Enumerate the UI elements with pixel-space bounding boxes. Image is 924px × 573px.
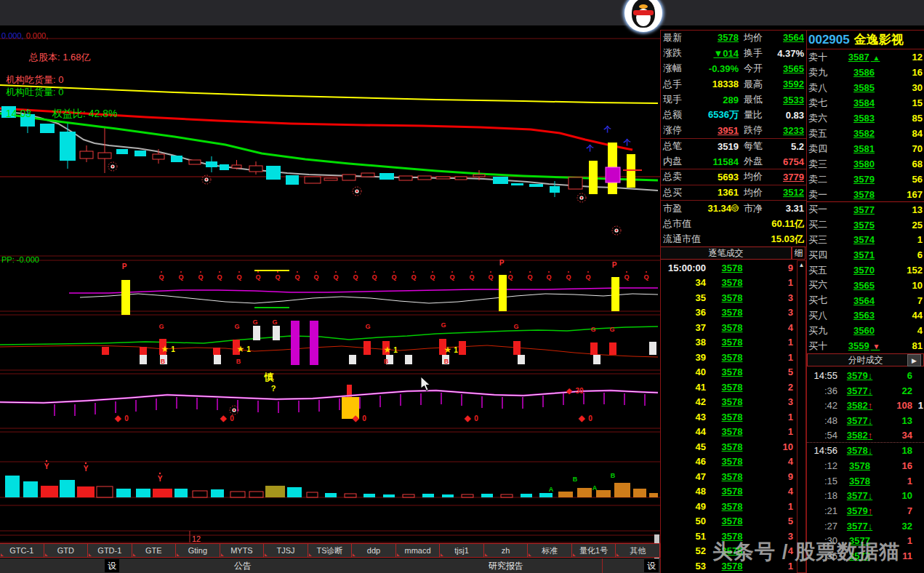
svg-text:◆: ◆ (566, 386, 573, 395)
tick-row[interactable]: 15:00:0035789 (661, 260, 796, 276)
svg-text:Q: Q (158, 273, 164, 281)
tick-row[interactable]: 4035785 (661, 365, 796, 380)
order-row[interactable]: 卖五358284 (808, 126, 923, 141)
tick-row[interactable]: 3835781 (661, 335, 796, 350)
svg-text:Q: Q (275, 273, 280, 281)
settings-button-left[interactable]: 设 (105, 559, 119, 572)
order-row[interactable]: 买一357713 (808, 202, 923, 217)
order-row[interactable]: 卖二357956 (808, 172, 923, 187)
svg-text:B: B (384, 358, 389, 365)
settings-button-right[interactable]: 设 (644, 559, 659, 572)
tick-row[interactable]: 3735784 (661, 320, 796, 335)
timesales-row[interactable]: :12357816 (807, 458, 924, 473)
buy-orders: 买一357713买二357525买三35741买四35716买五3570152买… (808, 202, 923, 353)
timesales-row[interactable]: :183577↓10 (807, 489, 924, 504)
tab-GTD-1[interactable]: GTD-1 (87, 543, 132, 558)
svg-text:0: 0 (124, 414, 129, 422)
main-chart[interactable]: YYYABAB个个个PPPQQQQQQQQQQQQQQQQQQQQQQQQQGG… (0, 0, 660, 573)
order-row[interactable]: 卖八358530 (808, 80, 923, 95)
tab-GTD[interactable]: GTD (44, 543, 89, 558)
tab-tjsj1[interactable]: tjsj1 (439, 543, 484, 558)
tab-GTE[interactable]: GTE (132, 543, 177, 558)
order-row[interactable]: 买四35716 (808, 247, 923, 263)
svg-text:A: A (592, 484, 598, 492)
svg-text:Q: Q (391, 273, 396, 281)
timesales-row[interactable]: 14:553579↓6 (807, 368, 924, 383)
tick-row[interactable]: 4835784 (661, 484, 796, 500)
tab-标准[interactable]: 标准 (527, 543, 572, 558)
bar-count-label: 12 (192, 534, 201, 543)
svg-text:G: G (158, 323, 164, 330)
svg-text:G: G (234, 323, 239, 330)
timesales-row[interactable]: :363577↓22 (807, 383, 924, 398)
tick-row[interactable]: 3635783 (661, 305, 796, 321)
timesales-list: 14:553579↓6:363577↓22:423582↑1081:483577… (807, 368, 924, 564)
tick-row[interactable]: 4235783 (661, 395, 796, 410)
order-row[interactable]: 买七35647 (808, 293, 923, 308)
timesales-expand-button[interactable]: ▶ (907, 354, 921, 366)
tab-量化1号[interactable]: 量化1号 (571, 543, 616, 558)
announcement-tab[interactable]: 公告 (234, 559, 252, 572)
quote-panel: 最新3578均价3564涨跌▼014换手4.37%涨幅-0.39%今开3565总… (661, 30, 806, 247)
tick-row[interactable]: 3535783 (661, 290, 796, 305)
timesales-row[interactable]: :213579↑7 (807, 503, 924, 518)
order-row[interactable]: 卖十3587 ▲12 (808, 49, 923, 65)
research-report-tab[interactable]: 研究报告 (489, 559, 523, 572)
svg-text:Q: Q (430, 273, 435, 281)
order-row[interactable]: 卖七358415 (808, 95, 923, 111)
tab-ddp[interactable]: ddp (351, 543, 396, 558)
timesales-row[interactable]: :1535781 (807, 473, 924, 489)
tick-row[interactable]: 4435781 (661, 425, 796, 440)
tab-TJSJ[interactable]: TJSJ (263, 543, 308, 558)
bottom-bar-divider (602, 558, 603, 573)
svg-text:Q: Q (566, 273, 571, 281)
bottom-bar: 设 公告 研究报告 设 (0, 558, 660, 573)
svg-text:慎: 慎 (264, 372, 274, 382)
order-row[interactable]: 买九35604 (808, 323, 923, 338)
svg-text:Q: Q (294, 273, 300, 281)
order-row[interactable]: 卖一3578167 (808, 187, 923, 202)
tick-row[interactable]: 3935781 (661, 350, 796, 365)
order-row[interactable]: 卖四358170 (808, 141, 923, 156)
timesales-row[interactable]: :483577↓13 (807, 413, 924, 428)
order-row[interactable]: 买五3570152 (808, 263, 923, 278)
order-row[interactable]: 买六356510 (808, 278, 923, 293)
svg-text:★: ★ (384, 345, 392, 355)
tab-MYTS[interactable]: MYTS (220, 543, 265, 558)
tab-zh[interactable]: zh (483, 543, 529, 558)
tab-GTC-1[interactable]: GTC-1 (0, 543, 44, 558)
chart-time-label: 14.03 (6, 108, 31, 119)
tick-row[interactable]: 4635784 (661, 454, 796, 470)
tab-Gting[interactable]: Gting (175, 543, 220, 558)
order-row[interactable]: 买二357525 (808, 217, 923, 233)
order-row[interactable]: 买十3559 ▼81 (808, 338, 923, 353)
tick-detail-button[interactable]: 细 (792, 247, 806, 260)
order-row[interactable]: 卖六358385 (808, 111, 923, 126)
order-row[interactable]: 买八356344 (808, 308, 923, 324)
tick-row[interactable]: 4335781 (661, 409, 796, 425)
svg-text:Q: Q (178, 273, 183, 281)
tick-row[interactable]: 4135782 (661, 380, 796, 395)
tab-其他[interactable]: 其他 (615, 543, 660, 558)
timesales-row[interactable]: :543582↑34 (807, 428, 924, 444)
tick-row[interactable]: 4935781 (661, 499, 796, 514)
svg-text:G: G (272, 318, 277, 326)
order-row[interactable]: 买三35741 (808, 233, 923, 248)
order-row[interactable]: 卖三358068 (808, 156, 923, 172)
tick-row[interactable]: 3435781 (661, 276, 796, 291)
order-row[interactable]: 卖九358616 (808, 65, 923, 80)
svg-text:1: 1 (454, 346, 458, 354)
svg-text:个: 个 (623, 138, 631, 146)
tick-scrollbar[interactable]: ▲ (797, 260, 806, 573)
tab-mmacd[interactable]: mmacd (395, 543, 441, 558)
timesales-row[interactable]: :273577↓32 (807, 518, 924, 534)
svg-text:个: 个 (586, 144, 594, 152)
tick-row[interactable]: 45357810 (661, 439, 796, 454)
tick-row[interactable]: 5035785 (661, 514, 796, 529)
timesales-row[interactable]: 14:563578↓18 (807, 443, 924, 458)
svg-text:Y: Y (84, 465, 89, 473)
timesales-row[interactable]: :423582↑1081 (807, 398, 924, 413)
tick-row[interactable]: 4735789 (661, 469, 796, 484)
tab-TS诊断[interactable]: TS诊断 (308, 543, 353, 558)
svg-text:◆: ◆ (352, 413, 359, 423)
